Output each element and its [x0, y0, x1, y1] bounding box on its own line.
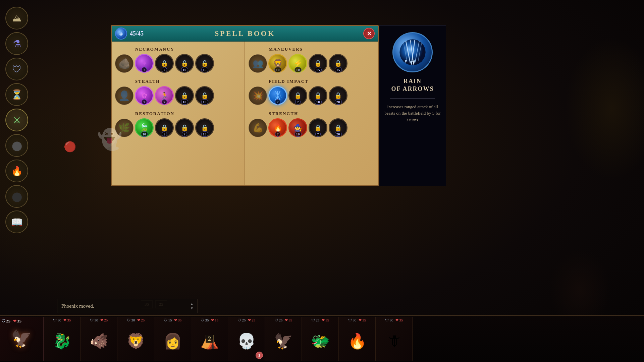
spellbook-title: SPELL BOOK — [215, 29, 275, 38]
field-impact-spell-1[interactable]: 7 — [268, 86, 287, 105]
strength-label: STRENGTH — [269, 111, 375, 116]
unit-2-figure: 🐗 — [90, 332, 108, 350]
sidebar-btn-book[interactable]: 📖 — [5, 210, 28, 233]
spellbook-container: ◈ 45/45 SPELL BOOK ✕ NECROMANCY 🪨 — [111, 25, 379, 186]
bottom-bar: 🛡 25 ❤ 35 🦅 Phoenix moved. ▲ ▼ 🛡 30 ❤ 35… — [0, 315, 644, 362]
maneuvers-row: 👥 🦁 10 ⚡ 10 🔒 15 — [249, 54, 375, 73]
restoration-row: 🌿 🍃 10 🔒 5 🔒 7 — [115, 118, 241, 137]
field-impact-spell-2[interactable]: 🔒 7 — [288, 86, 307, 105]
sidebar-btn-circle2[interactable]: ⬤ — [5, 185, 28, 208]
combat-units-row: 🛡 30 ❤ 35 🐉 🛡 30 ❤ 25 🐗 🛡 30 ❤ 25 🦁 🛡 15… — [44, 317, 644, 361]
stealth-label: STEALTH — [135, 79, 241, 84]
category-maneuvers: MANEUVERS 👥 🦁 10 ⚡ 10 — [249, 47, 375, 73]
unit-1-stats: 🛡 30 ❤ 35 — [44, 318, 80, 322]
spell-detail-divider — [390, 98, 435, 99]
necromancy-spell-4[interactable]: 🔒 15 — [195, 54, 214, 73]
player-health-stat: ❤ 35 — [13, 318, 21, 324]
sidebar-btn-shield[interactable]: 🛡 — [5, 58, 28, 80]
field-impact-icon: 💥 — [249, 86, 267, 105]
sidebar-btn-fire[interactable]: 🔥 — [5, 160, 28, 182]
category-field-impact: FIELD IMPACT 💥 — [249, 79, 375, 105]
strength-spell-3[interactable]: 🔒 7 — [309, 118, 327, 137]
strength-icon: 💪 — [249, 119, 267, 137]
combat-unit-9[interactable]: 🛡 30 ❤ 35 🔥 — [339, 317, 376, 361]
category-necromancy: NECROMANCY 🪨 ✦ 7 🔒 7 — [115, 47, 241, 73]
combat-unit-4[interactable]: 🛡 15 ❤ 35 👩 — [154, 317, 191, 361]
combat-unit-6[interactable]: 🛡 25 ❤ 25 💀 3 — [228, 317, 265, 361]
combat-unit-7[interactable]: 🛡 25 ❤ 35 🦅 — [265, 317, 302, 361]
stealth-spell-3[interactable]: 🔒 10 — [175, 86, 194, 105]
svg-point-5 — [399, 39, 425, 65]
sidebar-btn-circle[interactable]: ⬤ — [5, 134, 28, 157]
maneuvers-label: MANEUVERS — [269, 47, 375, 52]
sidebar-btn-map[interactable]: ⛰ — [5, 7, 28, 29]
stealth-row: 👤 ✿ 7 🏃 7 🔒 10 — [115, 86, 241, 105]
unit-9-stats: 🛡 30 ❤ 35 — [339, 318, 375, 322]
combat-unit-10[interactable]: 🛡 30 ❤ 35 🗡 — [376, 317, 413, 361]
field-impact-spell-4[interactable]: 🔒 20 — [329, 86, 347, 105]
spell-detail-description: Increases ranged attack of all beasts on… — [384, 104, 441, 123]
unit-8-stats: 🛡 25 ❤ 35 — [302, 318, 338, 322]
sidebar-btn-potions[interactable]: ⚗ — [5, 32, 28, 55]
sidebar-btn-hourglass[interactable]: ⏳ — [5, 83, 28, 106]
scroll-up-icon[interactable]: ▲ — [190, 302, 194, 306]
unit-9-figure: 🔥 — [348, 332, 367, 350]
maneuvers-spell-2[interactable]: ⚡ 10 — [288, 54, 307, 73]
unit-3-stats: 🛡 30 ❤ 25 — [117, 318, 154, 322]
stealth-spell-1[interactable]: ✿ 7 — [135, 86, 154, 105]
combat-unit-2[interactable]: 🛡 30 ❤ 25 🐗 — [80, 317, 117, 361]
bg-figure-ghost: 👻 — [97, 127, 122, 151]
unit-6-badge: 3 — [256, 352, 263, 359]
player-stats: 🛡 25 ❤ 35 — [1, 318, 21, 324]
spell-detail-name: RAIN OF ARROWS — [391, 77, 434, 93]
field-impact-spell-3[interactable]: 🔒 10 — [309, 86, 327, 105]
stealth-spell-4[interactable]: 🔒 15 — [195, 86, 214, 105]
field-impact-label: FIELD IMPACT — [269, 79, 375, 84]
unit-4-figure: 👩 — [163, 332, 182, 350]
field-impact-row: 💥 7 — [249, 86, 375, 105]
unit-8-figure: 🐲 — [311, 332, 330, 350]
player-unit: 🛡 25 ❤ 35 🦅 — [0, 317, 44, 361]
message-text: Phoenix moved. — [61, 303, 94, 309]
strength-spell-1[interactable]: 🔥 7 — [268, 118, 287, 137]
combat-unit-8[interactable]: 🛡 25 ❤ 35 🐲 — [302, 317, 339, 361]
combat-unit-3[interactable]: 🛡 30 ❤ 25 🦁 — [117, 317, 154, 361]
maneuvers-spell-4[interactable]: 🔒 15 — [329, 54, 347, 73]
sidebar-btn-sword[interactable]: ⚔ — [5, 109, 28, 131]
combat-unit-1[interactable]: 🛡 30 ❤ 35 🐉 — [44, 317, 80, 361]
unit-5-stats: 🛡 35 ❤ 15 — [191, 318, 228, 322]
necromancy-spell-1[interactable]: ✦ 7 — [135, 54, 154, 73]
strength-spell-2[interactable]: 🧙 10 — [288, 118, 307, 137]
combat-unit-5[interactable]: 🛡 35 ❤ 15 ⛺ 2 — [191, 317, 228, 361]
necromancy-row: 🪨 ✦ 7 🔒 7 � — [115, 54, 241, 73]
necromancy-spell-2[interactable]: 🔒 7 — [155, 54, 174, 73]
book-page-right: MANEUVERS 👥 🦁 10 ⚡ 10 — [245, 42, 378, 185]
mana-display: ◈ 45/45 — [115, 27, 144, 40]
unit-5-number: 2 — [206, 335, 214, 343]
category-stealth: STEALTH 👤 ✿ 7 🏃 7 — [115, 79, 241, 105]
book-page-left: NECROMANCY 🪨 ✦ 7 🔒 7 — [112, 42, 245, 185]
strength-row: 💪 🔥 7 🧙 10 🔒 7 — [249, 118, 375, 137]
message-scroll[interactable]: ▲ ▼ — [190, 302, 194, 310]
unit-10-stats: 🛡 30 ❤ 35 — [376, 318, 412, 322]
strength-spell-4[interactable]: 🔒 20 — [329, 118, 347, 137]
scroll-down-icon[interactable]: ▼ — [190, 306, 194, 310]
close-button[interactable]: ✕ — [363, 28, 375, 39]
rain-arrows-preview-svg — [399, 39, 426, 66]
maneuvers-spell-3[interactable]: 🔒 15 — [309, 54, 327, 73]
restoration-spell-3[interactable]: 🔒 7 — [175, 118, 194, 137]
mana-counter: 45/45 — [130, 30, 144, 37]
restoration-spell-4[interactable]: 🔒 15 — [195, 118, 214, 137]
restoration-spell-1[interactable]: 🍃 10 — [135, 118, 154, 137]
spell-detail-panel: RAIN OF ARROWS Increases ranged attack o… — [379, 25, 446, 186]
maneuvers-spell-1[interactable]: 🦁 10 — [268, 54, 287, 73]
svg-line-4 — [279, 93, 281, 98]
stealth-spell-2[interactable]: 🏃 7 — [155, 86, 174, 105]
unit-6-figure: 💀 — [237, 332, 256, 350]
unit-4-stats: 🛡 15 ❤ 35 — [154, 318, 191, 322]
restoration-spell-2[interactable]: 🔒 5 — [155, 118, 174, 137]
necromancy-spell-3[interactable]: 🔒 10 — [175, 54, 194, 73]
unit-1-figure: 🐉 — [53, 332, 71, 350]
book-content: NECROMANCY 🪨 ✦ 7 🔒 7 — [112, 42, 378, 185]
maneuvers-icon: 👥 — [249, 54, 267, 73]
